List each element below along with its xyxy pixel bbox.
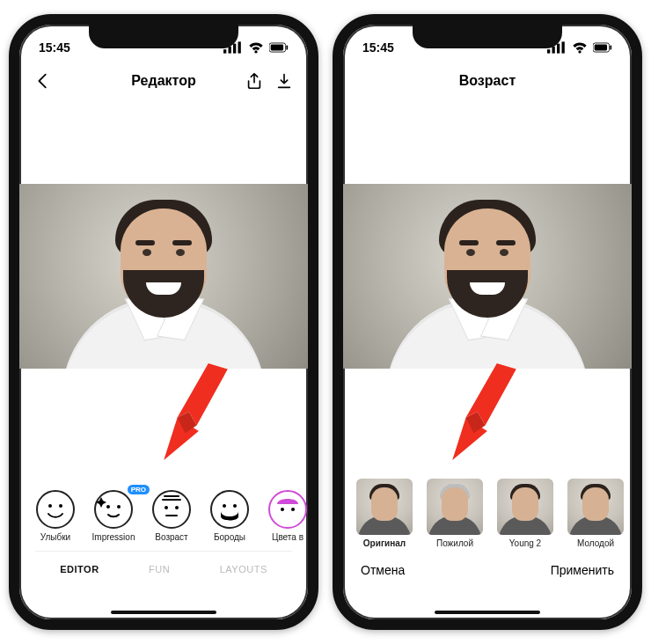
notch [413,24,562,48]
option-thumb [567,479,624,535]
filter-colors[interactable]: Цвета в [260,490,308,542]
wifi-icon [570,38,589,57]
filter-label: Бороды [214,532,245,542]
filter-label: Возраст [155,532,187,542]
tab-fun[interactable]: FUN [149,564,170,574]
face-smile-icon [36,490,75,529]
svg-point-10 [48,504,52,508]
svg-point-11 [59,504,62,508]
svg-rect-2 [233,44,236,54]
svg-rect-26 [610,45,611,49]
battery-icon [269,38,289,57]
svg-point-17 [233,504,237,508]
svg-marker-8 [164,418,199,460]
age-option-strip[interactable]: Оригинал Пожилой Young 2 Молодой [343,479,632,554]
svg-rect-1 [229,47,231,54]
editor-tabs: EDITOR FUN LAYOUTS [35,551,292,586]
phone-right: 15:45 Возраст [333,14,642,630]
face-beard-icon [210,490,249,529]
svg-point-15 [175,506,179,509]
filter-beards[interactable]: Бороды [202,490,257,542]
svg-rect-23 [562,41,565,53]
filter-age[interactable]: Возраст [144,490,199,542]
home-indicator[interactable] [435,611,540,614]
svg-point-12 [106,505,110,509]
annotation-arrow [143,363,239,460]
nav-bar: Редактор [19,62,308,100]
spacer [343,100,632,184]
filter-impression[interactable]: PRO Impression [86,490,141,542]
svg-marker-28 [452,418,487,460]
face-sparkle-icon [94,490,133,529]
page-title: Возраст [410,73,565,89]
option-label: Пожилой [436,538,473,548]
notch [89,24,238,48]
photo-preview[interactable] [19,184,308,369]
svg-rect-22 [557,44,560,54]
svg-rect-0 [223,49,226,53]
svg-rect-21 [552,47,555,54]
tab-layouts[interactable]: LAYOUTS [220,564,267,574]
age-option-young2[interactable]: Young 2 [494,479,556,548]
option-label: Оригинал [363,538,406,548]
svg-point-14 [165,506,168,509]
svg-marker-27 [466,363,516,425]
photo-preview[interactable] [343,184,632,369]
tab-editor[interactable]: EDITOR [60,564,99,574]
svg-point-16 [223,504,226,508]
option-thumb [497,479,553,535]
battery-icon [593,38,612,57]
svg-point-19 [291,508,295,511]
option-label: Young 2 [509,538,541,548]
svg-marker-7 [178,363,228,425]
svg-rect-5 [271,45,283,51]
filter-label: Impression [92,532,135,542]
annotation-arrow [431,363,528,460]
wifi-icon [246,38,266,57]
svg-point-13 [117,505,121,509]
svg-rect-20 [547,49,550,53]
status-time: 15:45 [362,40,394,55]
home-indicator[interactable] [111,611,216,614]
status-time: 15:45 [39,40,70,55]
action-bar: Отмена Применить [343,554,632,577]
spacer [19,369,308,479]
svg-rect-6 [286,45,288,49]
svg-marker-9 [178,412,197,433]
svg-point-18 [281,508,284,511]
spacer [343,369,632,479]
phone-left: 15:45 Редактор [9,14,318,630]
face-hair-color-icon [268,490,307,529]
face-age-icon [152,490,191,529]
apply-button[interactable]: Применить [551,563,614,577]
filter-label: Цвета в [272,532,304,542]
filter-smiles[interactable]: Улыбки [28,490,83,542]
option-thumb [427,479,483,535]
option-label: Молодой [577,538,614,548]
age-option-young[interactable]: Молодой [565,479,626,548]
cancel-button[interactable]: Отмена [361,563,405,577]
share-icon[interactable] [245,71,264,91]
back-icon[interactable] [33,71,53,91]
spacer [19,100,308,184]
filter-strip[interactable]: Улыбки PRO Impression Возраст Бороды Ц [19,479,308,542]
page-title: Редактор [86,73,241,89]
svg-rect-3 [238,41,241,53]
age-option-original[interactable]: Оригинал [354,479,415,548]
svg-rect-25 [595,45,607,51]
nav-bar: Возраст [343,62,632,100]
filter-label: Улыбки [40,532,70,542]
option-thumb [356,479,413,535]
download-icon[interactable] [274,71,294,91]
age-option-old[interactable]: Пожилой [424,479,486,548]
svg-marker-29 [466,412,486,433]
